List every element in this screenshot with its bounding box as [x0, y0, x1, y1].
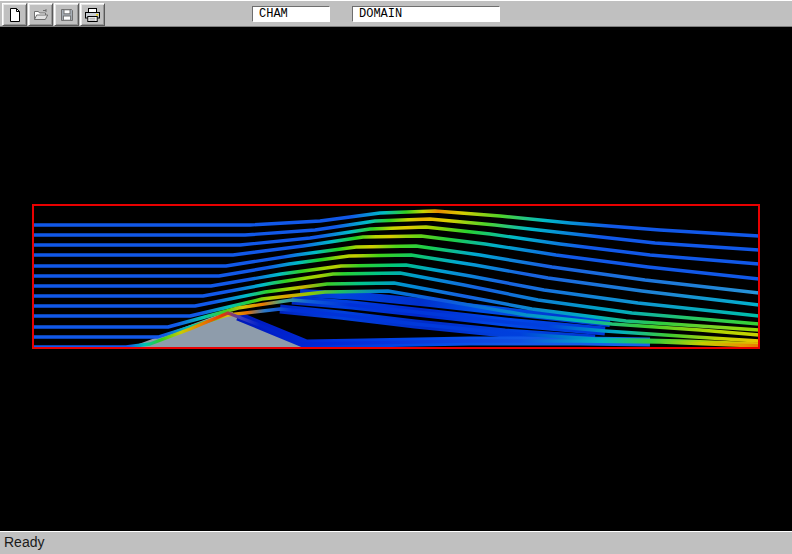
save-button[interactable] [54, 3, 79, 26]
toolbar [0, 0, 792, 27]
status-text: Ready [4, 534, 44, 550]
flow-canvas[interactable] [0, 27, 792, 531]
new-document-icon [7, 7, 23, 23]
application-window: Ready [0, 0, 792, 554]
open-folder-icon [33, 7, 49, 23]
graphics-client-area[interactable] [0, 27, 792, 531]
streamline [33, 211, 759, 236]
printer-icon [84, 7, 101, 23]
status-bar: Ready [0, 531, 792, 554]
open-button[interactable] [28, 3, 53, 26]
save-floppy-icon [59, 7, 75, 23]
new-button[interactable] [2, 3, 27, 26]
object-field[interactable] [352, 6, 500, 22]
print-button[interactable] [80, 3, 105, 26]
solver-field[interactable] [252, 6, 330, 22]
